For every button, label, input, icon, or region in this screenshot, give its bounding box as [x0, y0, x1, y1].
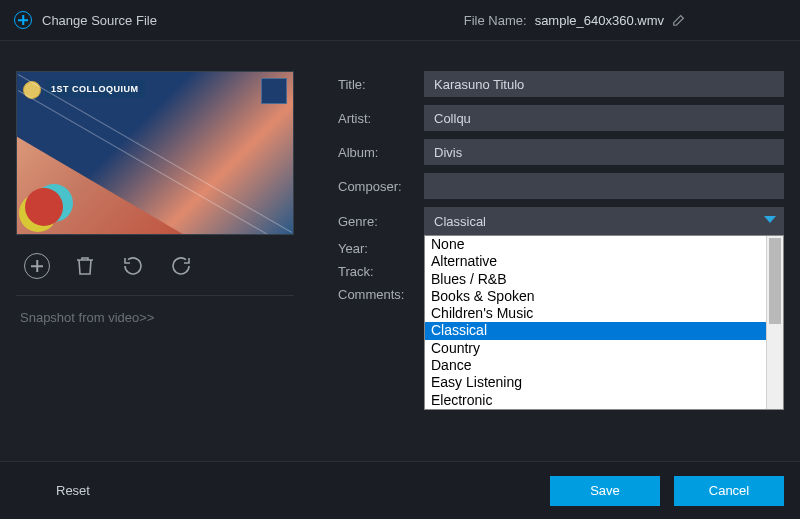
row-genre: Genre: Classical None Alternative Blues … — [338, 207, 784, 235]
label-album: Album: — [338, 145, 424, 160]
row-album: Album: — [338, 139, 784, 165]
thumbnail-corner-box — [261, 78, 287, 104]
plus-circle-icon — [24, 253, 50, 279]
genre-option[interactable]: Dance — [425, 357, 766, 374]
plus-circle-icon — [14, 11, 32, 29]
change-source-button[interactable]: Change Source File — [14, 11, 157, 29]
row-composer: Composer: — [338, 173, 784, 199]
genre-option[interactable]: Books & Spoken — [425, 288, 766, 305]
genre-option[interactable]: Electronic — [425, 392, 766, 409]
genre-dropdown-list: None Alternative Blues / R&B Books & Spo… — [425, 236, 766, 409]
thumbnail-banner: 1ST COLLOQUIUM — [45, 80, 145, 98]
app-header: Change Source File File Name: sample_640… — [0, 0, 800, 40]
scrollbar-thumb[interactable] — [769, 238, 781, 324]
save-button[interactable]: Save — [550, 476, 660, 506]
left-panel: 1ST COLLOQUIUM Snapshot from video>> — [16, 71, 306, 451]
filename-display: File Name: sample_640x360.wmv — [464, 13, 686, 28]
genre-option[interactable]: Easy Listening — [425, 374, 766, 391]
reset-button[interactable]: Reset — [16, 483, 90, 498]
footer: Reset Save Cancel — [0, 461, 800, 519]
label-title: Title: — [338, 77, 424, 92]
input-title[interactable] — [424, 71, 784, 97]
genre-select[interactable]: Classical None Alternative Blues / R&B B… — [424, 207, 784, 235]
main-content: 1ST COLLOQUIUM Snapshot from video>> — [0, 41, 800, 461]
metadata-form: Title: Artist: Album: Composer: Genre: C… — [306, 71, 784, 451]
genre-option[interactable]: None — [425, 236, 766, 253]
label-track: Track: — [338, 264, 424, 279]
filename-value: sample_640x360.wmv — [535, 13, 664, 28]
label-year: Year: — [338, 241, 424, 256]
genre-option[interactable]: Children's Music — [425, 305, 766, 322]
label-comments: Comments: — [338, 287, 424, 302]
edit-filename-button[interactable] — [672, 13, 686, 27]
snapshot-from-video-link[interactable]: Snapshot from video>> — [16, 310, 154, 325]
input-artist[interactable] — [424, 105, 784, 131]
cancel-button[interactable]: Cancel — [674, 476, 784, 506]
row-title: Title: — [338, 71, 784, 97]
chevron-down-icon — [764, 216, 776, 223]
filename-label: File Name: — [464, 13, 527, 28]
change-source-label: Change Source File — [42, 13, 157, 28]
medal-icon — [23, 81, 41, 99]
rotate-left-button[interactable] — [120, 253, 146, 279]
rotate-right-button[interactable] — [168, 253, 194, 279]
genre-select-value[interactable]: Classical — [424, 207, 784, 235]
label-composer: Composer: — [338, 179, 424, 194]
genre-option[interactable]: Country — [425, 340, 766, 357]
add-image-button[interactable] — [24, 253, 50, 279]
dropdown-scrollbar[interactable] — [766, 236, 783, 409]
label-artist: Artist: — [338, 111, 424, 126]
label-genre: Genre: — [338, 214, 424, 229]
video-thumbnail[interactable]: 1ST COLLOQUIUM — [16, 71, 294, 235]
genre-option-selected[interactable]: Classical — [425, 322, 766, 339]
input-album[interactable] — [424, 139, 784, 165]
genre-dropdown: None Alternative Blues / R&B Books & Spo… — [424, 235, 784, 410]
row-artist: Artist: — [338, 105, 784, 131]
gear-icon — [25, 188, 63, 226]
thumbnail-toolbar — [16, 235, 294, 296]
input-composer[interactable] — [424, 173, 784, 199]
delete-image-button[interactable] — [72, 253, 98, 279]
genre-option[interactable]: Blues / R&B — [425, 271, 766, 288]
genre-option[interactable]: Alternative — [425, 253, 766, 270]
